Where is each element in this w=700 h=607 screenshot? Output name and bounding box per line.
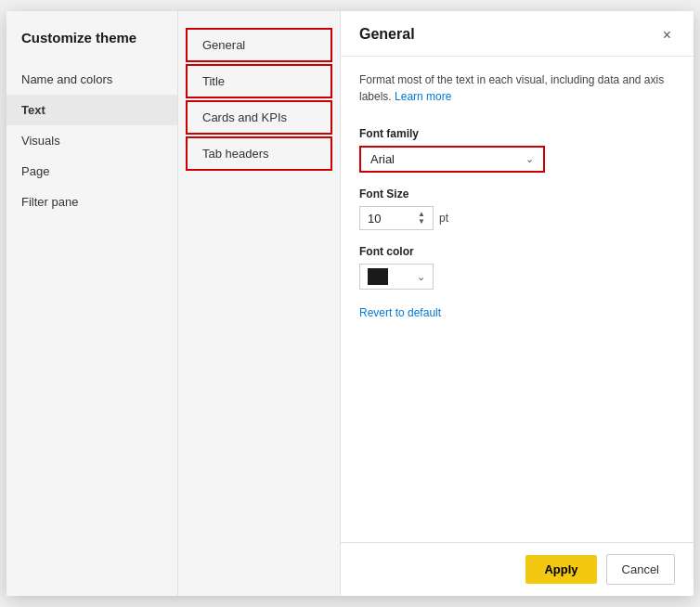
sidebar-item-page[interactable]: Page	[6, 156, 177, 187]
sidebar-title: Customize theme	[6, 30, 177, 64]
sidebar-item-text[interactable]: Text	[6, 95, 177, 125]
cancel-button[interactable]: Cancel	[606, 554, 675, 585]
main-section-title: General	[359, 26, 415, 43]
sidebar-item-visuals[interactable]: Visuals	[6, 125, 177, 156]
font-size-row: 10 ▲ ▼ pt	[359, 206, 675, 230]
main-body: Format most of the text in each visual, …	[341, 57, 694, 542]
middle-panel: General Title Cards and KPIs Tab headers	[178, 11, 341, 596]
font-size-value: 10	[368, 212, 381, 226]
font-size-label: Font Size	[359, 187, 675, 200]
font-family-label: Font family	[359, 127, 675, 140]
font-color-label: Font color	[359, 245, 675, 258]
font-family-dropdown[interactable]: Arial ⌄	[359, 146, 545, 173]
close-button[interactable]: ×	[659, 26, 675, 45]
chevron-down-icon: ⌄	[525, 153, 534, 165]
middle-item-cards-and-kpis[interactable]: Cards and KPIs	[186, 100, 332, 135]
revert-to-default-link[interactable]: Revert to default	[359, 306, 441, 319]
learn-more-link[interactable]: Learn more	[395, 90, 451, 103]
sidebar: Customize theme Name and colors Text Vis…	[6, 11, 178, 596]
chevron-down-icon: ⌄	[417, 271, 425, 283]
font-size-unit: pt	[439, 212, 448, 225]
font-color-dropdown[interactable]: ⌄	[359, 264, 434, 290]
color-swatch	[368, 268, 388, 285]
customize-theme-dialog: Customize theme Name and colors Text Vis…	[6, 11, 694, 596]
sidebar-item-filter-pane[interactable]: Filter pane	[6, 187, 177, 217]
main-content: General × Format most of the text in eac…	[341, 11, 694, 596]
middle-item-general[interactable]: General	[186, 28, 332, 62]
sidebar-item-name-and-colors[interactable]: Name and colors	[6, 64, 177, 95]
spinner-icon[interactable]: ▲ ▼	[418, 211, 425, 226]
description-text: Format most of the text in each visual, …	[359, 71, 675, 105]
apply-button[interactable]: Apply	[525, 555, 596, 584]
middle-item-title[interactable]: Title	[186, 64, 332, 98]
middle-item-tab-headers[interactable]: Tab headers	[186, 136, 332, 171]
main-footer: Apply Cancel	[341, 542, 694, 596]
font-family-value: Arial	[370, 152, 395, 166]
main-header: General ×	[341, 11, 694, 57]
font-size-input[interactable]: 10 ▲ ▼	[359, 206, 434, 230]
